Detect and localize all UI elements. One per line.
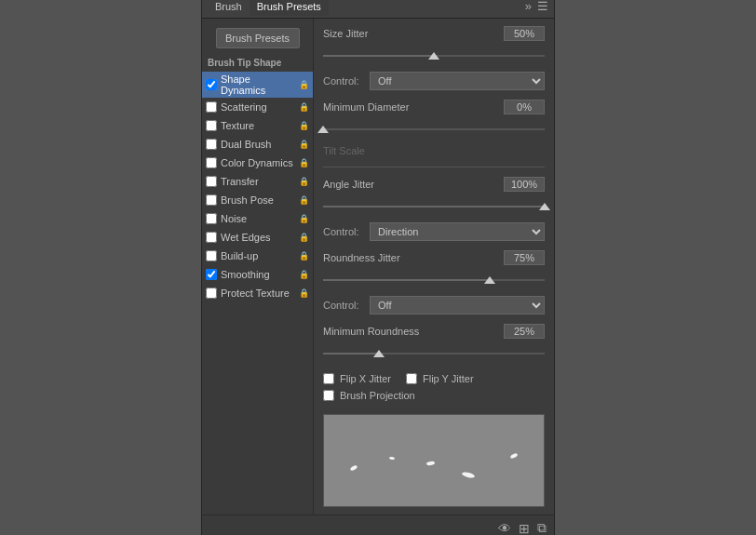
menu-icon[interactable]: ☰	[537, 0, 548, 13]
wet-edges-label: Wet Edges	[221, 232, 296, 243]
brush-proj-checkbox[interactable]	[323, 390, 334, 401]
sidebar-item-shape-dynamics[interactable]: Shape Dynamics 🔒	[202, 72, 313, 98]
roundness-jitter-slider-container[interactable]	[323, 274, 545, 287]
content-area: Size Jitter Control: Off Fade Pen Pressu…	[314, 19, 554, 515]
build-up-checkbox[interactable]	[206, 250, 217, 261]
control3-select[interactable]: Off Fade Pen Pressure Pen Tilt	[370, 296, 545, 314]
sidebar-item-color-dynamics[interactable]: Color Dynamics 🔒	[202, 154, 313, 172]
angle-jitter-fill	[323, 206, 545, 207]
tab-brush-presets[interactable]: Brush Presets	[250, 0, 329, 16]
sidebar-item-smoothing[interactable]: Smoothing 🔒	[202, 265, 313, 284]
sidebar-item-protect-texture[interactable]: Protect Texture 🔒	[202, 284, 313, 302]
min-roundness-track	[323, 353, 545, 354]
transfer-checkbox[interactable]	[206, 176, 217, 187]
texture-checkbox[interactable]	[206, 120, 217, 131]
flip-x-label: Flip X Jitter	[340, 373, 391, 384]
flip-y-checkbox[interactable]	[406, 373, 417, 384]
shape-dynamics-label: Shape Dynamics	[221, 74, 296, 96]
sidebar-item-transfer[interactable]: Transfer 🔒	[202, 172, 313, 191]
shape-dynamics-checkbox[interactable]	[206, 79, 217, 90]
dual-brush-checkbox[interactable]	[206, 139, 217, 150]
flip-x-row: Flip X Jitter	[323, 373, 391, 384]
lock-icon-6: 🔒	[298, 194, 309, 206]
sidebar-item-brush-pose[interactable]: Brush Pose 🔒	[202, 191, 313, 209]
min-diameter-value[interactable]	[504, 100, 545, 114]
control3-row: Control: Off Fade Pen Pressure Pen Tilt	[323, 296, 545, 314]
min-roundness-thumb[interactable]	[373, 350, 385, 357]
divider-1	[323, 167, 545, 167]
size-jitter-slider-container[interactable]	[323, 49, 545, 62]
lock-icon-5: 🔒	[298, 176, 309, 187]
control1-select[interactable]: Off Fade Pen Pressure Pen Tilt Direction	[370, 72, 545, 90]
size-jitter-row: Size Jitter	[323, 26, 545, 41]
min-diameter-row: Minimum Diameter	[323, 100, 545, 114]
angle-jitter-slider-container[interactable]	[323, 200, 545, 213]
flip-x-checkbox[interactable]	[323, 373, 334, 384]
brush-stroke-5	[510, 452, 519, 459]
brush-stroke-4	[462, 471, 476, 478]
brush-proj-row: Brush Projection	[323, 390, 545, 401]
lock-icon-0: 🔒	[298, 79, 309, 90]
angle-jitter-label: Angle Jitter	[323, 179, 374, 190]
scattering-checkbox[interactable]	[206, 101, 217, 113]
brush-presets-button[interactable]: Brush Presets	[216, 28, 300, 48]
roundness-jitter-track	[323, 279, 545, 281]
expand-icon[interactable]: »	[525, 0, 532, 13]
tilt-scale-row: Tilt Scale	[323, 145, 545, 156]
min-roundness-row: Minimum Roundness	[323, 324, 545, 339]
control2-label: Control:	[323, 226, 364, 237]
control2-select[interactable]: Off Direction Initial Direction Pen Tilt	[370, 222, 545, 241]
angle-jitter-row: Angle Jitter	[323, 177, 545, 192]
transfer-label: Transfer	[221, 176, 296, 187]
roundness-jitter-thumb[interactable]	[484, 276, 495, 284]
sidebar-item-noise[interactable]: Noise 🔒	[202, 209, 313, 228]
min-diameter-slider-container[interactable]	[323, 123, 545, 136]
sidebar-item-texture[interactable]: Texture 🔒	[202, 116, 313, 135]
flip-y-label: Flip Y Jitter	[423, 373, 474, 384]
sidebar-item-build-up[interactable]: Build-up 🔒	[202, 247, 313, 265]
min-diameter-thumb[interactable]	[317, 126, 329, 133]
lock-icon-7: 🔒	[298, 213, 309, 224]
panel-body: Brush Presets Brush Tip Shape Shape Dyna…	[202, 19, 554, 515]
texture-label: Texture	[221, 120, 296, 131]
min-roundness-fill	[323, 353, 379, 354]
min-diameter-track	[323, 128, 545, 130]
tilt-scale-label: Tilt Scale	[323, 145, 365, 156]
lock-icon-10: 🔒	[298, 269, 309, 280]
wet-edges-checkbox[interactable]	[206, 232, 217, 243]
tab-icons: » ☰	[525, 0, 548, 13]
control2-row: Control: Off Direction Initial Direction…	[323, 222, 545, 241]
sidebar-item-scattering[interactable]: Scattering 🔒	[202, 98, 313, 116]
angle-jitter-track	[323, 206, 545, 207]
roundness-jitter-label: Roundness Jitter	[323, 252, 400, 263]
min-roundness-slider-container[interactable]	[323, 347, 545, 360]
brush-proj-label: Brush Projection	[340, 390, 415, 401]
sidebar-item-dual-brush[interactable]: Dual Brush 🔒	[202, 135, 313, 154]
grid-icon[interactable]: ⊞	[519, 521, 530, 536]
sidebar-item-wet-edges[interactable]: Wet Edges 🔒	[202, 228, 313, 247]
panel-icon[interactable]: ⧉	[537, 520, 547, 535]
min-roundness-value[interactable]	[504, 324, 545, 339]
brush-stroke-2	[389, 457, 395, 461]
noise-checkbox[interactable]	[206, 213, 217, 224]
color-dynamics-checkbox[interactable]	[206, 157, 217, 168]
size-jitter-value[interactable]	[504, 26, 545, 41]
tip-shape-title: Brush Tip Shape	[202, 56, 313, 72]
smoothing-checkbox[interactable]	[206, 269, 217, 280]
panel-footer: 👁 ⊞ ⧉	[202, 515, 554, 535]
tab-brush[interactable]: Brush	[208, 0, 250, 16]
panel-tabs: Brush Brush Presets » ☰	[202, 0, 554, 19]
protect-texture-checkbox[interactable]	[206, 288, 217, 299]
min-roundness-label: Minimum Roundness	[323, 326, 419, 337]
size-jitter-label: Size Jitter	[323, 28, 368, 39]
brush-pose-checkbox[interactable]	[206, 194, 217, 206]
eye-icon[interactable]: 👁	[498, 521, 511, 536]
roundness-jitter-value[interactable]	[504, 250, 545, 265]
lock-icon-3: 🔒	[298, 139, 309, 150]
protect-texture-label: Protect Texture	[221, 288, 296, 299]
size-jitter-fill	[323, 55, 434, 57]
build-up-label: Build-up	[221, 250, 296, 261]
angle-jitter-value[interactable]	[504, 177, 545, 192]
size-jitter-thumb[interactable]	[428, 52, 439, 60]
angle-jitter-thumb[interactable]	[539, 203, 550, 210]
